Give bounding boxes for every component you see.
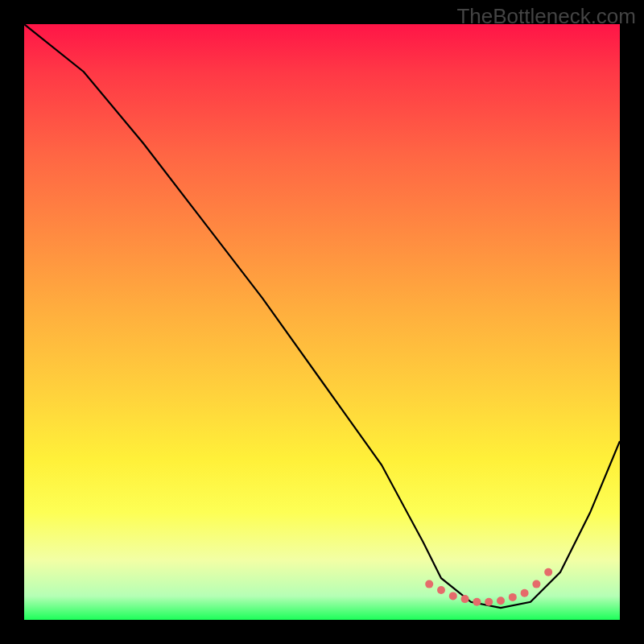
marker-dot	[497, 597, 505, 605]
marker-dot	[461, 595, 469, 603]
marker-dot	[544, 568, 552, 576]
marker-dot	[425, 580, 433, 588]
curve-line	[24, 24, 620, 608]
marker-dot	[473, 598, 481, 606]
marker-dot	[485, 598, 493, 606]
marker-dot	[449, 592, 457, 600]
chart-frame: TheBottleneck.com	[0, 0, 644, 644]
marker-dot	[437, 586, 445, 594]
chart-svg	[24, 24, 620, 620]
marker-dot	[509, 593, 517, 601]
marker-dot	[532, 580, 540, 588]
marker-dot	[521, 589, 529, 597]
plot-area	[24, 24, 620, 620]
